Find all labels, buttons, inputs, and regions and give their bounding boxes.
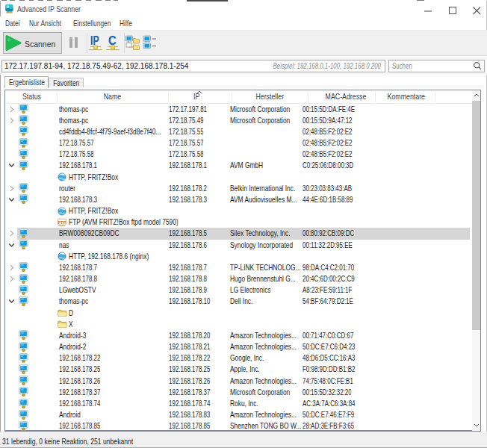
svg-text:FTP: FTP [58,220,66,224]
